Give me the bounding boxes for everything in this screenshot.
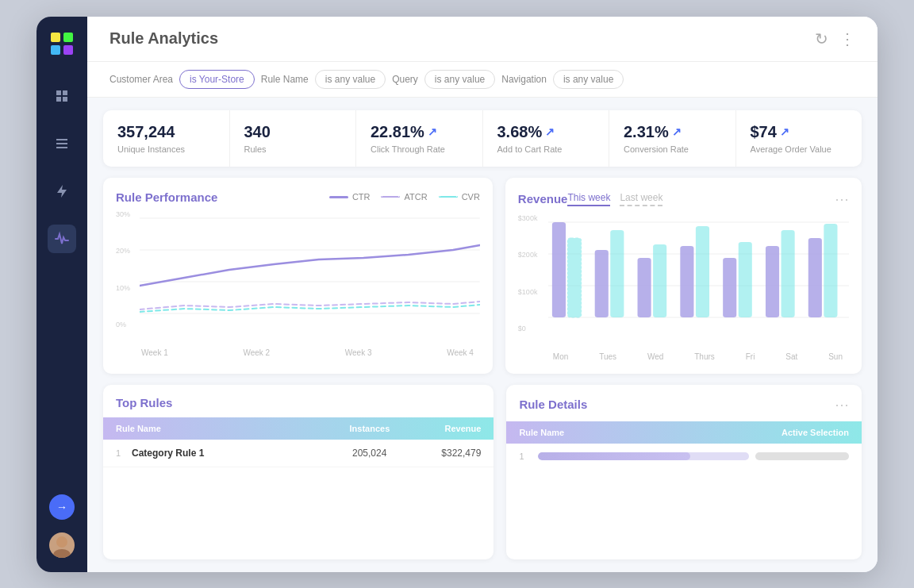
arrow-up-icon-5: ↗ bbox=[780, 125, 789, 138]
y-labels-revenue: $300k$200k$100k$0 bbox=[518, 214, 540, 333]
y-labels: 30%20%10%0% bbox=[116, 210, 138, 329]
detail-col-active-sel: Active Selection bbox=[739, 428, 849, 437]
bottom-row: Top Rules Rule Name Instances Revenue 1 … bbox=[103, 385, 862, 559]
svg-rect-27 bbox=[824, 224, 837, 317]
legend-cvr: CVR bbox=[439, 192, 480, 202]
stat-label-4: Conversion Rate bbox=[624, 144, 721, 154]
stat-label-2: Click Through Rate bbox=[371, 144, 468, 154]
svg-rect-17 bbox=[610, 230, 624, 317]
filter-pill-1[interactable]: is Your-Store bbox=[179, 70, 255, 89]
refresh-icon[interactable]: ↻ bbox=[815, 29, 828, 48]
svg-rect-22 bbox=[723, 258, 736, 317]
user-avatar[interactable] bbox=[49, 532, 75, 558]
sidebar: → bbox=[36, 17, 87, 572]
x-label-sat: Sat bbox=[785, 352, 797, 361]
x-label-fri: Fri bbox=[746, 352, 755, 361]
legend-ctr-label: CTR bbox=[352, 192, 371, 202]
x-labels-performance: Week 1 Week 2 Week 3 Week 4 bbox=[116, 345, 480, 357]
svg-point-5 bbox=[53, 549, 71, 558]
stat-value-1: 340 bbox=[244, 123, 342, 141]
filter-bar: Customer Area is Your-Store Rule Name is… bbox=[87, 62, 878, 98]
arrow-up-icon-3: ↗ bbox=[545, 125, 555, 138]
col-header-revenue: Revenue bbox=[390, 424, 481, 433]
x-labels-revenue: Mon Tues Wed Thurs Fri Sat Sun bbox=[518, 349, 849, 361]
x-label-3: Week 4 bbox=[447, 348, 474, 357]
rule-details-col-headers: Rule Name Active Selection bbox=[506, 421, 862, 444]
top-rules-card: Top Rules Rule Name Instances Revenue 1 … bbox=[103, 385, 493, 559]
x-label-thurs: Thurs bbox=[694, 352, 715, 361]
revenue-more-options-icon[interactable]: ⋯ bbox=[835, 190, 849, 208]
legend-atcr: ATCR bbox=[381, 192, 427, 202]
stat-atcr: 3.68% ↗ Add to Cart Rate bbox=[483, 110, 610, 167]
arrow-up-icon-2: ↗ bbox=[428, 125, 437, 138]
revenue-chart-area: $300k$200k$100k$0 bbox=[518, 214, 849, 349]
stat-rules: 340 Rules bbox=[230, 110, 357, 167]
page-title: Rule Analytics bbox=[109, 29, 218, 48]
stats-row: 357,244 Unique Instances 340 Rules 22.81… bbox=[103, 110, 862, 167]
page-header: Rule Analytics ↻ ⋮ bbox=[87, 17, 878, 62]
revenue-tab-this-week[interactable]: This week bbox=[567, 192, 610, 206]
sidebar-item-grid[interactable] bbox=[48, 82, 76, 110]
stat-value-5: $74 ↗ bbox=[751, 123, 848, 141]
stat-value-4: 2.31% ↗ bbox=[624, 123, 721, 141]
main-content: Rule Analytics ↻ ⋮ Customer Area is Your… bbox=[87, 17, 878, 572]
more-options-icon[interactable]: ⋮ bbox=[839, 29, 855, 48]
detail-bar-fill bbox=[538, 452, 689, 460]
revenue-chart-title: Revenue bbox=[518, 192, 568, 206]
performance-chart-card: Rule Performance CTR ATCR CVR bbox=[103, 178, 493, 374]
sidebar-item-list[interactable] bbox=[48, 129, 76, 158]
rule-details-title: Rule Details bbox=[519, 398, 587, 411]
legend-cvr-label: CVR bbox=[462, 192, 480, 202]
top-rules-title: Top Rules bbox=[116, 396, 172, 409]
rule-details-more-icon[interactable]: ⋯ bbox=[835, 396, 849, 413]
row-revenue-0: $322,479 bbox=[386, 448, 481, 459]
performance-chart-title: Rule Performance bbox=[116, 190, 217, 204]
revenue-tab-last-week[interactable]: Last week bbox=[620, 192, 662, 206]
sidebar-expand-button[interactable]: → bbox=[49, 494, 75, 520]
x-label-mon: Mon bbox=[553, 352, 568, 361]
legend-ctr: CTR bbox=[329, 192, 371, 202]
rule-details-header: Rule Details ⋯ bbox=[506, 385, 862, 421]
svg-rect-24 bbox=[766, 246, 779, 317]
x-label-wed: Wed bbox=[647, 352, 663, 361]
stat-value-0: 357,244 bbox=[117, 123, 215, 141]
detail-pill bbox=[755, 452, 849, 460]
revenue-tabs: This week Last week bbox=[567, 192, 662, 206]
svg-rect-18 bbox=[637, 258, 651, 317]
sidebar-item-activity[interactable] bbox=[48, 225, 76, 253]
stat-ctr: 22.81% ↗ Click Through Rate bbox=[356, 110, 483, 167]
row-rule-name-0: Category Rule 1 bbox=[132, 448, 292, 459]
svg-rect-20 bbox=[680, 246, 693, 317]
sidebar-item-bolt[interactable] bbox=[48, 177, 76, 206]
detail-row-num: 1 bbox=[519, 452, 532, 461]
stat-label-5: Average Order Value bbox=[751, 144, 848, 154]
revenue-chart-header: Revenue This week Last week ⋯ bbox=[518, 190, 849, 208]
top-rules-col-headers: Rule Name Instances Revenue bbox=[103, 417, 493, 440]
x-label-sun: Sun bbox=[828, 352, 843, 361]
svg-rect-0 bbox=[51, 33, 60, 42]
stat-value-2: 22.81% ↗ bbox=[371, 123, 468, 141]
x-label-2: Week 3 bbox=[345, 348, 372, 357]
col-header-rule-name: Rule Name bbox=[116, 424, 298, 433]
sidebar-logo bbox=[49, 31, 75, 60]
svg-rect-14 bbox=[552, 222, 566, 317]
performance-chart-header: Rule Performance CTR ATCR CVR bbox=[116, 190, 480, 204]
col-header-instances: Instances bbox=[298, 424, 390, 433]
stat-label-3: Add to Cart Rate bbox=[497, 144, 595, 154]
table-row: 1 Category Rule 1 205,024 $322,479 bbox=[103, 440, 493, 467]
svg-rect-23 bbox=[739, 242, 752, 317]
performance-chart-area: 30%20%10%0% bbox=[116, 210, 480, 345]
x-label-1: Week 2 bbox=[243, 348, 270, 357]
detail-bar-bg bbox=[538, 452, 749, 460]
top-rules-header: Top Rules bbox=[103, 385, 493, 417]
svg-rect-21 bbox=[696, 226, 709, 317]
performance-chart-legend: CTR ATCR CVR bbox=[329, 192, 480, 202]
filter-label-2: Rule Name bbox=[261, 74, 309, 85]
svg-rect-3 bbox=[63, 45, 73, 55]
filter-pill-3[interactable]: is any value bbox=[315, 70, 386, 89]
stat-label-0: Unique Instances bbox=[117, 144, 215, 154]
revenue-chart-card: Revenue This week Last week ⋯ $300k$200k… bbox=[505, 178, 862, 374]
filter-pill-5[interactable]: is any value bbox=[424, 70, 495, 89]
filter-pill-7[interactable]: is any value bbox=[553, 70, 624, 89]
stat-unique-instances: 357,244 Unique Instances bbox=[103, 110, 230, 167]
